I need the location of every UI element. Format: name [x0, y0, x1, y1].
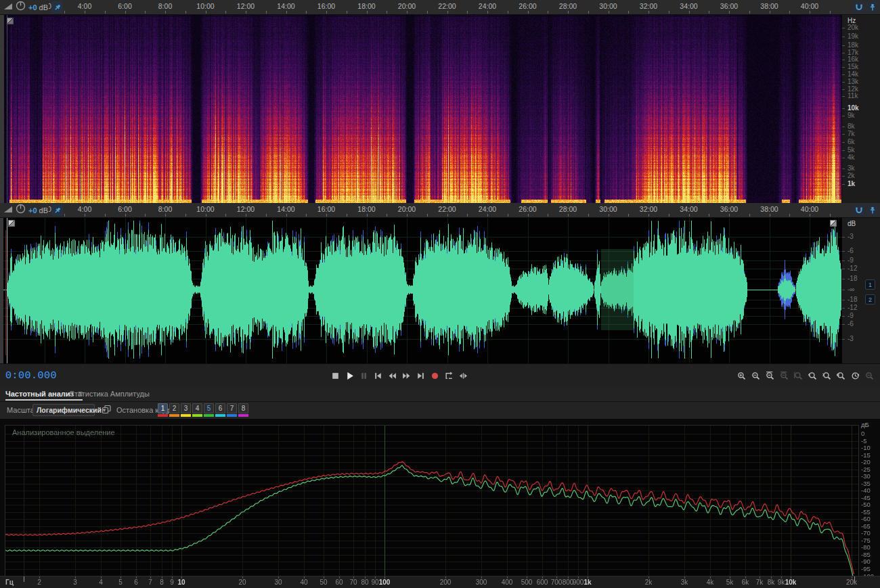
hold-button-4[interactable]: 4	[192, 403, 202, 413]
hold-buttons: 12345678	[158, 403, 248, 417]
play-button[interactable]	[343, 369, 356, 382]
spectrogram-canvas[interactable]	[0, 15, 841, 203]
gain-knob-icon[interactable]	[16, 1, 26, 14]
ruler-time-label: 20:00	[392, 2, 422, 10]
ruler-time-label: 18:00	[352, 205, 382, 213]
ruler-tick	[387, 214, 387, 217]
axis-tick	[375, 576, 376, 579]
frequency-axis-label: 70	[349, 579, 357, 586]
zoom-out-button[interactable]	[749, 369, 762, 382]
scale-tick	[842, 142, 845, 143]
axis-boundary-tick	[24, 576, 24, 582]
amplitude-unit-label: dB	[848, 220, 856, 227]
pin-button[interactable]	[51, 204, 63, 216]
record-button[interactable]	[428, 369, 441, 382]
scale-tick	[842, 316, 845, 317]
frequency-axis-label: 20	[238, 579, 246, 586]
ruler-time-label: 14:00	[271, 2, 301, 10]
scale-tick	[842, 108, 845, 109]
db-scale-label: -18	[848, 275, 857, 282]
gain-value[interactable]: +0	[28, 3, 37, 12]
timecode-display[interactable]: 0:00.000	[5, 370, 57, 382]
rewind-button[interactable]	[386, 369, 399, 382]
skip-to-start-button[interactable]	[372, 369, 384, 382]
tab-amplitude-statistics[interactable]: Статистика Амплитуды	[69, 386, 150, 401]
zoom-in-button[interactable]	[734, 369, 748, 382]
reset-zoom-button[interactable]	[848, 369, 862, 382]
zoom-selection-left-button[interactable]	[806, 369, 819, 382]
copy-graph-icon[interactable]	[102, 405, 112, 417]
volume-ramp-icon[interactable]	[3, 1, 13, 14]
hold-button-3[interactable]: 3	[181, 403, 191, 413]
ruler-tick	[326, 11, 327, 14]
hold-button-1[interactable]: 1	[158, 403, 168, 413]
amplitude-scale[interactable]: dB -3-6-9-12-18-∞-18-12-9-6-312	[841, 218, 880, 363]
loop-playback-button[interactable]	[443, 369, 456, 382]
volume-ramp-icon[interactable]	[3, 204, 13, 217]
channel-2-button[interactable]: 2	[865, 294, 875, 304]
ruler-tick	[347, 11, 347, 14]
fast-forward-button[interactable]	[400, 369, 413, 382]
zoom-full-button[interactable]	[862, 369, 876, 382]
snap-button[interactable]	[853, 204, 864, 216]
frequency-axis-label: 7	[148, 579, 152, 586]
frequency-axis-label: 20k	[846, 579, 857, 586]
scale-tick	[842, 339, 845, 340]
waveform-canvas[interactable]	[0, 218, 841, 363]
gain-knob-icon[interactable]	[16, 204, 26, 217]
skip-playhead-button[interactable]	[457, 369, 470, 382]
analysis-plot-canvas[interactable]	[5, 426, 858, 576]
db-axis-unit: дБ	[861, 421, 869, 428]
hold-slot-5: 5	[204, 403, 214, 417]
zoom-in-time-selection-button[interactable]	[763, 369, 776, 382]
frequency-analysis-chart: Анализированное выделение дБ 0-5-10-15-2…	[0, 419, 880, 576]
ruler-time-label: 6:00	[110, 205, 140, 213]
ruler-tick	[225, 214, 226, 217]
scale-select[interactable]: Логарифмический ▼	[32, 404, 95, 416]
hold-button-6[interactable]: 6	[215, 403, 225, 413]
pause-button[interactable]	[357, 369, 370, 382]
db-scale-label: -18	[848, 296, 857, 303]
markers-button[interactable]	[866, 204, 878, 216]
hold-button-2[interactable]: 2	[169, 403, 179, 413]
stop-button[interactable]	[329, 369, 342, 382]
hold-button-5[interactable]: 5	[204, 403, 214, 413]
scale-tick	[842, 237, 845, 238]
zoom-out-time-selection-button[interactable]	[777, 369, 791, 382]
hold-slot-3: 3	[181, 403, 191, 417]
ruler-tick	[568, 214, 569, 217]
fade-in-handle[interactable]	[8, 220, 15, 227]
zoom-selection-right-button[interactable]	[820, 369, 833, 382]
scale-tick	[842, 60, 845, 60]
ruler-tick	[548, 11, 548, 14]
time-ruler-top[interactable]: 2:004:006:008:0010:0012:0014:0016:0018:0…	[0, 0, 880, 15]
db-axis: дБ 0-5-10-15-20-25-30-35-40-45-50-55-60-…	[860, 419, 880, 576]
ruler-time-label: 10:00	[191, 205, 221, 213]
channel-1-button[interactable]: 1	[865, 279, 875, 290]
frequency-scale-label: 1k	[848, 181, 855, 187]
axis-tick	[136, 576, 137, 579]
gain-value[interactable]: +0	[28, 206, 37, 214]
zoom-selection-vertical-button[interactable]	[791, 369, 805, 382]
ruler-tick	[588, 11, 589, 14]
ruler-tick	[306, 214, 307, 217]
snap-button[interactable]	[853, 1, 864, 13]
zoom-to-selection-button[interactable]	[834, 369, 848, 382]
ruler-tick	[528, 214, 529, 217]
fade-out-handle[interactable]	[830, 220, 837, 227]
db-axis-label: -70	[861, 530, 871, 537]
ruler-tick	[508, 11, 508, 14]
fade-in-handle[interactable]	[7, 18, 14, 24]
ruler-time-label: 24:00	[472, 2, 502, 10]
scale-tick	[842, 300, 845, 300]
markers-button[interactable]	[866, 1, 878, 13]
ruler-tick	[528, 11, 529, 14]
time-ruler-bottom[interactable]: 2:004:006:008:0010:0012:0014:0016:0018:0…	[0, 203, 880, 218]
frequency-axis-label: 3k	[681, 579, 688, 586]
pin-button[interactable]	[51, 1, 63, 13]
skip-to-end-button[interactable]	[414, 369, 427, 382]
axis-tick	[648, 576, 649, 579]
hold-button-7[interactable]: 7	[227, 403, 237, 413]
frequency-scale[interactable]: Hz 20k19k18k17k16k15k14k13k12k11k10k9k8k…	[841, 15, 880, 203]
hold-button-8[interactable]: 8	[238, 403, 248, 413]
